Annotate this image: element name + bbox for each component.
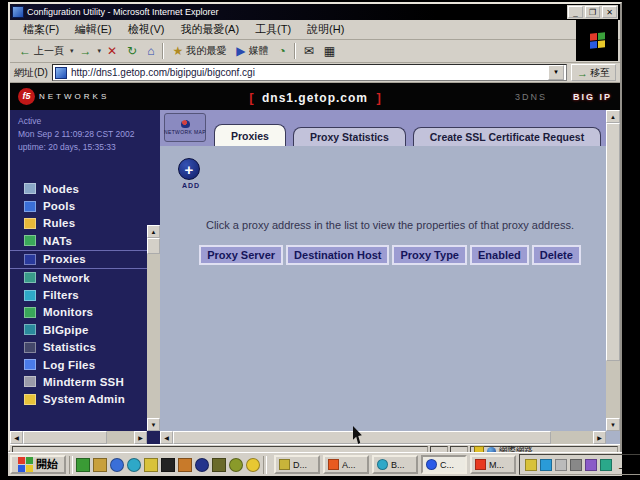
sidebar-item-log-files[interactable]: Log Files [10, 356, 160, 373]
history-button[interactable]: ◔ [273, 41, 290, 61]
page-icon [55, 67, 67, 79]
menu-item-tools[interactable]: 工具(T) [248, 21, 298, 38]
scroll-right-button[interactable]: ▶ [593, 431, 606, 444]
menu-item-help[interactable]: 說明(H) [300, 21, 351, 38]
close-button[interactable]: ✕ [602, 6, 617, 18]
quick-launch-icon-7[interactable] [178, 458, 192, 472]
scroll-down-button[interactable]: ▼ [606, 418, 620, 431]
sidebar-item-statistics[interactable]: Statistics [10, 339, 160, 356]
quick-launch-icon-10[interactable] [229, 458, 243, 472]
add-proxy-button[interactable]: + [178, 158, 200, 180]
link-bigip[interactable]: BIG IP [573, 92, 612, 102]
scrollbar-thumb[interactable] [147, 238, 160, 254]
main-horizontal-scrollbar[interactable]: ◀ ▶ [160, 431, 606, 444]
go-button[interactable]: → 移至 [571, 64, 616, 81]
scrollbar-thumb[interactable] [23, 431, 107, 444]
sidebar-vertical-scrollbar[interactable]: ▲ ▼ [147, 225, 160, 431]
tray-icon-5[interactable] [585, 459, 597, 471]
tab-strip: NETWORK MAP Proxies Proxy Statistics Cre… [160, 110, 620, 146]
menu-item-edit[interactable]: 編輯(E) [68, 21, 119, 38]
forward-dropdown-icon[interactable]: ▾ [98, 47, 102, 55]
quick-launch-icon-11[interactable] [246, 458, 260, 472]
quick-launch-icon-4[interactable] [127, 458, 141, 472]
banner-links: 3DNS BIG IP [515, 92, 612, 102]
scroll-up-button[interactable]: ▲ [606, 110, 620, 123]
address-input[interactable]: http://dns1.getop.com/bigipgui/bigconf.c… [52, 64, 567, 81]
scroll-down-button[interactable]: ▼ [147, 418, 160, 431]
home-button[interactable]: ⌂ [142, 41, 159, 61]
statistics-icon [24, 342, 36, 353]
menu-item-file[interactable]: 檔案(F) [16, 21, 66, 38]
print-button[interactable]: ▦ [319, 41, 340, 61]
back-dropdown-icon[interactable]: ▾ [70, 47, 74, 55]
media-icon: ▶ [236, 45, 245, 57]
quick-launch-icon-3[interactable] [110, 458, 124, 472]
scroll-right-button[interactable]: ▶ [134, 431, 147, 444]
minimize-button[interactable]: _ [568, 6, 583, 18]
sidebar-item-nodes[interactable]: Nodes [10, 180, 160, 197]
sidebar-item-proxies[interactable]: Proxies [10, 250, 160, 269]
start-button[interactable]: 開始 [10, 455, 66, 474]
sidebar-item-system-admin[interactable]: System Admin [10, 391, 160, 408]
sidebar-item-pools[interactable]: Pools [10, 197, 160, 214]
tray-icon-3[interactable] [555, 459, 567, 471]
address-url[interactable]: http://dns1.getop.com/bigipgui/bigconf.c… [71, 67, 548, 78]
quick-launch-icon-8[interactable] [195, 458, 209, 472]
proxies-icon [24, 254, 36, 265]
sidebar-item-network[interactable]: Network [10, 269, 160, 286]
stop-icon: ✕ [107, 45, 117, 57]
scroll-up-button[interactable]: ▲ [147, 225, 160, 238]
quick-launch-icon-2[interactable] [93, 458, 107, 472]
sidebar-item-monitors[interactable]: Monitors [10, 304, 160, 321]
task-button-5[interactable]: M... [470, 455, 516, 474]
restore-button[interactable]: ❐ [585, 6, 600, 18]
sidebar-item-filters[interactable]: Filters [10, 286, 160, 303]
tab-proxy-statistics[interactable]: Proxy Statistics [293, 127, 406, 146]
task-button-4[interactable]: C... [421, 455, 467, 474]
scroll-left-button[interactable]: ◀ [160, 431, 173, 444]
favorites-button[interactable]: ★ 我的最愛 [167, 41, 231, 61]
sidebar-item-mindterm-ssh[interactable]: Mindterm SSH [10, 373, 160, 390]
task-button-2[interactable]: A... [323, 455, 369, 474]
mail-button[interactable]: ✉ [299, 41, 319, 61]
desktop: Configuration Utility - Microsoft Intern… [8, 2, 622, 476]
media-button[interactable]: ▶ 媒體 [231, 41, 273, 61]
sidebar-item-bigpipe[interactable]: BIGpipe [10, 321, 160, 338]
network-map-button[interactable]: NETWORK MAP [164, 113, 206, 142]
task-button-3[interactable]: B... [372, 455, 418, 474]
link-3dns[interactable]: 3DNS [515, 92, 547, 102]
forward-button[interactable]: → [75, 41, 97, 61]
tab-create-ssl-certificate-request[interactable]: Create SSL Certificate Request [413, 127, 601, 146]
sidebar-horizontal-scrollbar[interactable]: ◀ ▶ [10, 431, 147, 444]
quick-launch-icon-1[interactable] [76, 458, 90, 472]
scrollbar-thumb[interactable] [173, 431, 551, 444]
quick-launch-icon-9[interactable] [212, 458, 226, 472]
tab-proxies[interactable]: Proxies [214, 124, 286, 146]
main-vertical-scrollbar[interactable]: ▲ ▼ [606, 110, 620, 431]
task-button-group: D... A... B... C... M... [274, 455, 516, 474]
tray-icon-4[interactable] [570, 459, 582, 471]
tray-icon-2[interactable] [540, 459, 552, 471]
navigation-sidebar: Active Mon Sep 2 11:09:28 CST 2002 uptim… [10, 110, 160, 444]
refresh-button[interactable]: ↻ [122, 41, 142, 61]
taskbar-divider [263, 456, 267, 474]
title-bar[interactable]: Configuration Utility - Microsoft Intern… [10, 4, 620, 20]
history-icon: ◔ [278, 45, 285, 57]
menu-item-favorites[interactable]: 我的最愛(A) [173, 21, 246, 38]
task-button-1[interactable]: D... [274, 455, 320, 474]
address-dropdown-icon[interactable]: ▾ [548, 65, 564, 80]
scroll-left-button[interactable]: ◀ [10, 431, 23, 444]
scrollbar-thumb[interactable] [606, 123, 620, 361]
mindterm-ssh-icon [24, 376, 36, 387]
quick-launch-icon-6[interactable] [161, 458, 175, 472]
sidebar-item-rules[interactable]: Rules [10, 215, 160, 232]
quick-launch-icon-5[interactable] [144, 458, 158, 472]
menu-item-view[interactable]: 檢視(V) [121, 21, 172, 38]
sidebar-item-nats[interactable]: NATs [10, 232, 160, 249]
system-tray: 上午 11:00 [519, 454, 640, 475]
stop-button[interactable]: ✕ [102, 41, 122, 61]
back-button[interactable]: ← 上一頁 [14, 41, 69, 61]
tray-icon-1[interactable] [525, 459, 537, 471]
tray-icon-6[interactable] [600, 459, 612, 471]
column-header-destination-host: Destination Host [286, 245, 389, 265]
